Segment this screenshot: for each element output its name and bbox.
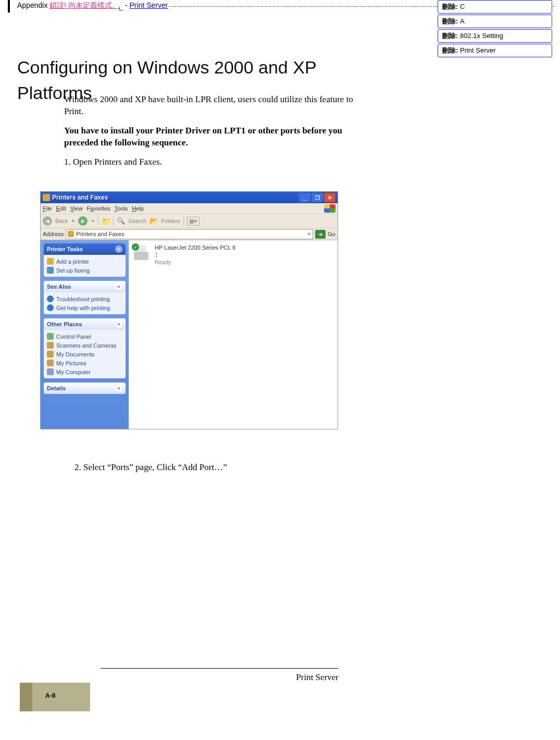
link-my-documents[interactable]: My Documents xyxy=(47,350,122,359)
expand-icon[interactable]: » xyxy=(115,385,122,392)
header-link[interactable]: Print Server xyxy=(130,1,168,9)
address-dropdown-icon[interactable]: ▼ xyxy=(307,232,311,237)
link-scanners-cameras[interactable]: Scanners and Cameras xyxy=(47,341,122,350)
up-icon[interactable]: 📁 xyxy=(102,217,110,225)
task-setup-faxing[interactable]: Set up faxing xyxy=(47,266,122,275)
close-button[interactable]: ✕ xyxy=(324,193,335,202)
group-see-also: See Also« Troubleshoot printing Get help… xyxy=(44,281,126,314)
control-panel-icon xyxy=(47,333,54,340)
address-input[interactable]: Printers and Faxes ▼ xyxy=(66,229,313,239)
menu-bar: File Edit View Favorites Tools Help xyxy=(41,203,338,214)
printer-list-area[interactable]: ✓ HP LaserJet 2200 Series PCL 6 1 Ready xyxy=(129,240,338,429)
window-titlebar[interactable]: Printers and Faxes _ ❐ ✕ xyxy=(41,192,338,203)
fax-icon xyxy=(47,267,54,274)
task-pane: Printer Tasks« Add a printer Set up faxi… xyxy=(41,240,129,429)
search-icon[interactable]: 🔍 xyxy=(117,217,125,225)
menu-file[interactable]: File xyxy=(43,205,52,212)
balloon-label: 刪除: xyxy=(442,46,458,54)
link-troubleshoot[interactable]: Troubleshoot printing xyxy=(47,294,122,303)
folders-icon[interactable]: 📂 xyxy=(150,217,158,225)
balloon-label: 刪除: xyxy=(442,3,458,10)
group-details: Details» xyxy=(44,383,126,394)
link-control-panel[interactable]: Control Panel xyxy=(47,332,122,341)
forward-button[interactable]: ► xyxy=(78,216,88,226)
printer-icon: ✓ xyxy=(133,244,151,262)
collapse-icon[interactable]: « xyxy=(115,320,122,328)
balloon-label: 刪除: xyxy=(442,17,458,25)
link-my-pictures[interactable]: My Pictures xyxy=(47,359,122,367)
paragraph-intro: Windows 2000 and XP have built-in LPR cl… xyxy=(64,94,356,118)
window-title: Printers and Faxes xyxy=(52,194,108,201)
balloon-delete-printserver[interactable]: 刪除: Print Server xyxy=(438,44,552,57)
menu-help[interactable]: Help xyxy=(132,205,144,212)
address-icon xyxy=(68,231,74,237)
default-check-icon: ✓ xyxy=(132,243,139,251)
menu-tools[interactable]: Tools xyxy=(115,205,128,212)
group-other-places: Other Places« Control Panel Scanners and… xyxy=(44,318,126,378)
link-get-help[interactable]: Get help with printing xyxy=(47,303,122,312)
folders-label[interactable]: Folders xyxy=(161,218,180,224)
step-1: 1. Open Printers and Faxes. xyxy=(64,156,356,168)
computer-icon xyxy=(47,368,54,375)
menu-favorites[interactable]: Favorites xyxy=(86,205,110,212)
balloon-label: 刪除: xyxy=(442,32,458,40)
footer-rule xyxy=(101,668,339,669)
xp-flag-icon xyxy=(324,204,335,213)
group-header-see-also[interactable]: See Also« xyxy=(44,281,126,292)
go-button[interactable]: ➔ xyxy=(315,230,326,239)
question-icon xyxy=(47,295,54,302)
task-add-printer[interactable]: Add a printer xyxy=(47,257,122,266)
balloon-delete-c[interactable]: 刪除: C xyxy=(438,0,552,14)
address-label: Address xyxy=(43,231,64,237)
pictures-icon xyxy=(47,360,54,366)
screenshot-printers-faxes: Printers and Faxes _ ❐ ✕ File Edit View … xyxy=(40,191,338,429)
group-header-details[interactable]: Details» xyxy=(44,383,126,394)
printer-status: Ready xyxy=(155,259,235,266)
footer-text: Print Server xyxy=(296,672,339,683)
search-label[interactable]: Search xyxy=(128,218,146,224)
body-text: Windows 2000 and XP have built-in LPR cl… xyxy=(64,94,356,176)
toolbar: ◄ Back ▼ ► ▼ 📁 🔍 Search 📂 Folders ▦▾ xyxy=(41,214,338,228)
help-icon xyxy=(47,304,54,311)
group-header-printer-tasks[interactable]: Printer Tasks« xyxy=(44,243,126,255)
menu-view[interactable]: View xyxy=(70,205,83,212)
header-prefix: Appendix xyxy=(17,1,49,9)
link-my-computer[interactable]: My Computer xyxy=(47,367,122,376)
balloon-value: A xyxy=(458,17,464,25)
header-separator: - xyxy=(123,1,129,9)
revision-balloons: 刪除: C 刪除: A 刪除: 802.1x Setting 刪除: Print… xyxy=(438,0,552,58)
maximize-button[interactable]: ❐ xyxy=(312,193,323,202)
back-button[interactable]: ◄ xyxy=(43,216,52,226)
printer-item[interactable]: ✓ HP LaserJet 2200 Series PCL 6 1 Ready xyxy=(133,244,333,266)
balloon-delete-8021x[interactable]: 刪除: 802.1x Setting xyxy=(438,29,552,43)
balloon-value: C xyxy=(458,3,465,10)
go-label: Go xyxy=(328,231,335,237)
marker-icon xyxy=(119,7,123,10)
balloon-value: Print Server xyxy=(458,46,495,54)
documents-icon xyxy=(47,351,54,357)
address-bar: Address Printers and Faxes ▼ ➔ Go xyxy=(41,228,338,240)
printer-name: HP LaserJet 2200 Series PCL 6 xyxy=(155,244,235,252)
header-error-link[interactable]: 錯誤! 尚未定義樣式。 xyxy=(49,1,119,9)
collapse-icon[interactable]: « xyxy=(115,283,122,290)
balloon-value: 802.1x Setting xyxy=(458,32,503,40)
back-label: Back xyxy=(55,218,68,224)
scanners-icon xyxy=(47,342,54,349)
printer-docs: 1 xyxy=(155,252,235,259)
add-printer-icon xyxy=(47,258,54,265)
page-number: A-8 xyxy=(45,692,55,699)
minimize-button[interactable]: _ xyxy=(299,193,310,202)
views-button[interactable]: ▦▾ xyxy=(187,217,200,226)
group-header-other-places[interactable]: Other Places« xyxy=(44,318,126,330)
collapse-icon[interactable]: « xyxy=(115,245,122,253)
paragraph-note: You have to install your Printer Driver … xyxy=(64,125,356,149)
change-marker xyxy=(8,0,10,13)
balloon-delete-a[interactable]: 刪除: A xyxy=(438,15,552,28)
header-line: Appendix 錯誤! 尚未定義樣式。 - Print Server xyxy=(17,1,168,10)
menu-edit[interactable]: Edit xyxy=(56,205,66,212)
window-icon xyxy=(43,194,50,201)
group-printer-tasks: Printer Tasks« Add a printer Set up faxi… xyxy=(44,243,126,277)
address-text: Printers and Faxes xyxy=(76,231,124,237)
step-2: 2. Select “Ports” page, Click “Add Port…… xyxy=(64,453,356,482)
